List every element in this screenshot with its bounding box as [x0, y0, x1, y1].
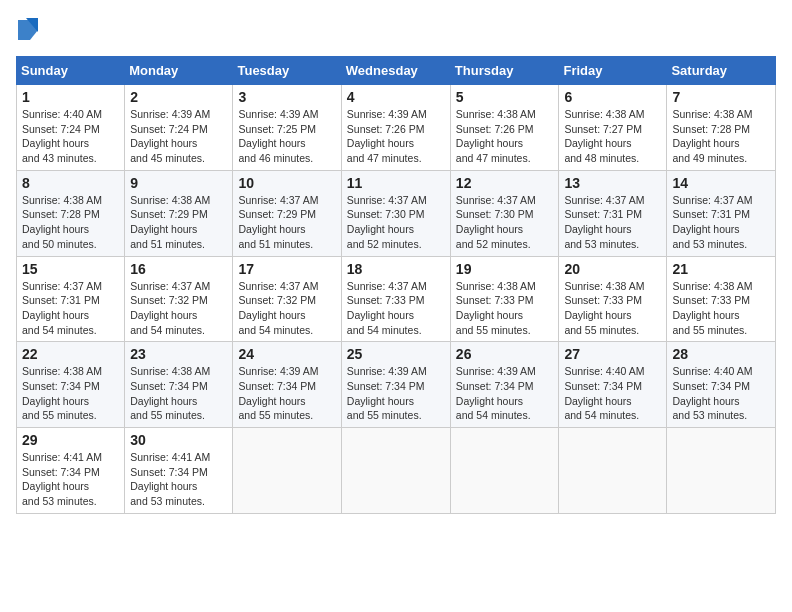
calendar-header-thursday: Thursday: [450, 57, 559, 85]
cell-info: Sunrise: 4:38 AMSunset: 7:28 PMDaylight …: [672, 108, 752, 164]
calendar-cell: 10 Sunrise: 4:37 AMSunset: 7:29 PMDaylig…: [233, 170, 341, 256]
calendar-cell: 15 Sunrise: 4:37 AMSunset: 7:31 PMDaylig…: [17, 256, 125, 342]
cell-info: Sunrise: 4:38 AMSunset: 7:28 PMDaylight …: [22, 194, 102, 250]
calendar-cell: 12 Sunrise: 4:37 AMSunset: 7:30 PMDaylig…: [450, 170, 559, 256]
calendar-cell: 28 Sunrise: 4:40 AMSunset: 7:34 PMDaylig…: [667, 342, 776, 428]
calendar-cell: 1 Sunrise: 4:40 AMSunset: 7:24 PMDayligh…: [17, 85, 125, 171]
day-number: 17: [238, 261, 335, 277]
day-number: 23: [130, 346, 227, 362]
cell-info: Sunrise: 4:38 AMSunset: 7:34 PMDaylight …: [22, 365, 102, 421]
cell-info: Sunrise: 4:40 AMSunset: 7:24 PMDaylight …: [22, 108, 102, 164]
calendar-cell: 2 Sunrise: 4:39 AMSunset: 7:24 PMDayligh…: [125, 85, 233, 171]
calendar-cell: [450, 428, 559, 514]
calendar-cell: 14 Sunrise: 4:37 AMSunset: 7:31 PMDaylig…: [667, 170, 776, 256]
calendar-header-wednesday: Wednesday: [341, 57, 450, 85]
cell-info: Sunrise: 4:38 AMSunset: 7:33 PMDaylight …: [564, 280, 644, 336]
cell-info: Sunrise: 4:38 AMSunset: 7:33 PMDaylight …: [456, 280, 536, 336]
day-number: 29: [22, 432, 119, 448]
calendar-cell: 11 Sunrise: 4:37 AMSunset: 7:30 PMDaylig…: [341, 170, 450, 256]
day-number: 24: [238, 346, 335, 362]
cell-info: Sunrise: 4:38 AMSunset: 7:29 PMDaylight …: [130, 194, 210, 250]
day-number: 11: [347, 175, 445, 191]
cell-info: Sunrise: 4:37 AMSunset: 7:31 PMDaylight …: [672, 194, 752, 250]
cell-info: Sunrise: 4:37 AMSunset: 7:32 PMDaylight …: [238, 280, 318, 336]
cell-info: Sunrise: 4:39 AMSunset: 7:34 PMDaylight …: [347, 365, 427, 421]
cell-info: Sunrise: 4:37 AMSunset: 7:29 PMDaylight …: [238, 194, 318, 250]
calendar-cell: 21 Sunrise: 4:38 AMSunset: 7:33 PMDaylig…: [667, 256, 776, 342]
calendar-cell: [667, 428, 776, 514]
cell-info: Sunrise: 4:39 AMSunset: 7:26 PMDaylight …: [347, 108, 427, 164]
cell-info: Sunrise: 4:39 AMSunset: 7:24 PMDaylight …: [130, 108, 210, 164]
calendar-body: 1 Sunrise: 4:40 AMSunset: 7:24 PMDayligh…: [17, 85, 776, 514]
calendar-cell: 5 Sunrise: 4:38 AMSunset: 7:26 PMDayligh…: [450, 85, 559, 171]
day-number: 8: [22, 175, 119, 191]
calendar-cell: 26 Sunrise: 4:39 AMSunset: 7:34 PMDaylig…: [450, 342, 559, 428]
cell-info: Sunrise: 4:41 AMSunset: 7:34 PMDaylight …: [22, 451, 102, 507]
cell-info: Sunrise: 4:37 AMSunset: 7:30 PMDaylight …: [456, 194, 536, 250]
calendar-cell: 19 Sunrise: 4:38 AMSunset: 7:33 PMDaylig…: [450, 256, 559, 342]
calendar-week-3: 15 Sunrise: 4:37 AMSunset: 7:31 PMDaylig…: [17, 256, 776, 342]
calendar-cell: 13 Sunrise: 4:37 AMSunset: 7:31 PMDaylig…: [559, 170, 667, 256]
cell-info: Sunrise: 4:38 AMSunset: 7:33 PMDaylight …: [672, 280, 752, 336]
calendar-week-5: 29 Sunrise: 4:41 AMSunset: 7:34 PMDaylig…: [17, 428, 776, 514]
calendar-cell: 9 Sunrise: 4:38 AMSunset: 7:29 PMDayligh…: [125, 170, 233, 256]
calendar-header-tuesday: Tuesday: [233, 57, 341, 85]
calendar-cell: 6 Sunrise: 4:38 AMSunset: 7:27 PMDayligh…: [559, 85, 667, 171]
cell-info: Sunrise: 4:37 AMSunset: 7:33 PMDaylight …: [347, 280, 427, 336]
calendar-cell: 16 Sunrise: 4:37 AMSunset: 7:32 PMDaylig…: [125, 256, 233, 342]
calendar-header-sunday: Sunday: [17, 57, 125, 85]
cell-info: Sunrise: 4:37 AMSunset: 7:31 PMDaylight …: [22, 280, 102, 336]
day-number: 27: [564, 346, 661, 362]
cell-info: Sunrise: 4:39 AMSunset: 7:25 PMDaylight …: [238, 108, 318, 164]
day-number: 10: [238, 175, 335, 191]
calendar-cell: [233, 428, 341, 514]
calendar-cell: 7 Sunrise: 4:38 AMSunset: 7:28 PMDayligh…: [667, 85, 776, 171]
calendar-cell: 23 Sunrise: 4:38 AMSunset: 7:34 PMDaylig…: [125, 342, 233, 428]
day-number: 16: [130, 261, 227, 277]
calendar-header-saturday: Saturday: [667, 57, 776, 85]
calendar-cell: 3 Sunrise: 4:39 AMSunset: 7:25 PMDayligh…: [233, 85, 341, 171]
calendar-cell: 20 Sunrise: 4:38 AMSunset: 7:33 PMDaylig…: [559, 256, 667, 342]
calendar-week-1: 1 Sunrise: 4:40 AMSunset: 7:24 PMDayligh…: [17, 85, 776, 171]
cell-info: Sunrise: 4:39 AMSunset: 7:34 PMDaylight …: [238, 365, 318, 421]
cell-info: Sunrise: 4:37 AMSunset: 7:32 PMDaylight …: [130, 280, 210, 336]
calendar-header-friday: Friday: [559, 57, 667, 85]
cell-info: Sunrise: 4:41 AMSunset: 7:34 PMDaylight …: [130, 451, 210, 507]
calendar-cell: 17 Sunrise: 4:37 AMSunset: 7:32 PMDaylig…: [233, 256, 341, 342]
day-number: 9: [130, 175, 227, 191]
cell-info: Sunrise: 4:38 AMSunset: 7:26 PMDaylight …: [456, 108, 536, 164]
calendar-cell: 4 Sunrise: 4:39 AMSunset: 7:26 PMDayligh…: [341, 85, 450, 171]
calendar-cell: 27 Sunrise: 4:40 AMSunset: 7:34 PMDaylig…: [559, 342, 667, 428]
calendar-cell: 8 Sunrise: 4:38 AMSunset: 7:28 PMDayligh…: [17, 170, 125, 256]
day-number: 28: [672, 346, 770, 362]
calendar-week-2: 8 Sunrise: 4:38 AMSunset: 7:28 PMDayligh…: [17, 170, 776, 256]
day-number: 2: [130, 89, 227, 105]
day-number: 12: [456, 175, 554, 191]
cell-info: Sunrise: 4:37 AMSunset: 7:30 PMDaylight …: [347, 194, 427, 250]
day-number: 25: [347, 346, 445, 362]
day-number: 14: [672, 175, 770, 191]
day-number: 13: [564, 175, 661, 191]
calendar-cell: 22 Sunrise: 4:38 AMSunset: 7:34 PMDaylig…: [17, 342, 125, 428]
calendar-cell: 29 Sunrise: 4:41 AMSunset: 7:34 PMDaylig…: [17, 428, 125, 514]
calendar-cell: 18 Sunrise: 4:37 AMSunset: 7:33 PMDaylig…: [341, 256, 450, 342]
page-header: [16, 16, 776, 44]
cell-info: Sunrise: 4:38 AMSunset: 7:27 PMDaylight …: [564, 108, 644, 164]
day-number: 19: [456, 261, 554, 277]
calendar-header-row: SundayMondayTuesdayWednesdayThursdayFrid…: [17, 57, 776, 85]
calendar-cell: [559, 428, 667, 514]
day-number: 3: [238, 89, 335, 105]
day-number: 5: [456, 89, 554, 105]
logo-icon: [16, 16, 40, 44]
calendar-cell: 30 Sunrise: 4:41 AMSunset: 7:34 PMDaylig…: [125, 428, 233, 514]
cell-info: Sunrise: 4:38 AMSunset: 7:34 PMDaylight …: [130, 365, 210, 421]
calendar-week-4: 22 Sunrise: 4:38 AMSunset: 7:34 PMDaylig…: [17, 342, 776, 428]
day-number: 6: [564, 89, 661, 105]
calendar-header-monday: Monday: [125, 57, 233, 85]
day-number: 1: [22, 89, 119, 105]
logo: [16, 16, 44, 44]
day-number: 18: [347, 261, 445, 277]
day-number: 20: [564, 261, 661, 277]
cell-info: Sunrise: 4:37 AMSunset: 7:31 PMDaylight …: [564, 194, 644, 250]
calendar-table: SundayMondayTuesdayWednesdayThursdayFrid…: [16, 56, 776, 514]
